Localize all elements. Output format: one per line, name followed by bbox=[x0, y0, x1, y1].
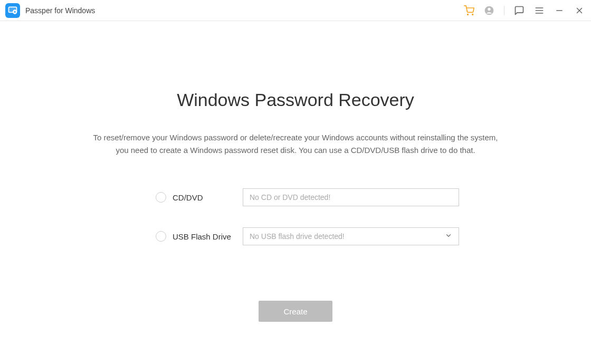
titlebar-right bbox=[464, 5, 585, 16]
svg-point-2 bbox=[468, 14, 469, 15]
create-button[interactable]: Create bbox=[259, 301, 332, 322]
titlebar: Passper for Windows bbox=[0, 0, 591, 21]
radio-label-usb[interactable]: USB Flash Drive bbox=[173, 232, 231, 241]
media-options: CD/DVD No CD or DVD detected! USB Flash … bbox=[132, 188, 459, 245]
page-subtext: To reset/remove your Windows password or… bbox=[69, 131, 522, 157]
chevron-down-icon bbox=[445, 232, 452, 241]
minimize-icon[interactable] bbox=[554, 5, 565, 16]
close-icon[interactable] bbox=[574, 5, 585, 16]
usb-placeholder: No USB flash drive detected! bbox=[250, 232, 345, 241]
titlebar-left: Passper for Windows bbox=[5, 3, 95, 18]
feedback-icon[interactable] bbox=[514, 5, 525, 16]
option-usb: USB Flash Drive No USB flash drive detec… bbox=[132, 227, 459, 245]
radio-wrap-cddvd[interactable]: CD/DVD bbox=[132, 192, 243, 203]
main-content: Windows Password Recovery To reset/remov… bbox=[0, 21, 591, 322]
cddvd-field[interactable]: No CD or DVD detected! bbox=[243, 188, 459, 206]
subtext-line2: you need to create a Windows password re… bbox=[116, 146, 475, 155]
app-icon bbox=[5, 3, 20, 18]
user-icon[interactable] bbox=[484, 5, 494, 16]
option-cddvd: CD/DVD No CD or DVD detected! bbox=[132, 188, 459, 206]
radio-usb[interactable] bbox=[156, 231, 166, 242]
cart-icon[interactable] bbox=[464, 5, 474, 16]
usb-dropdown[interactable]: No USB flash drive detected! bbox=[243, 227, 459, 245]
radio-cddvd[interactable] bbox=[156, 192, 166, 203]
divider bbox=[504, 6, 504, 15]
radio-label-cddvd[interactable]: CD/DVD bbox=[173, 193, 203, 202]
page-heading: Windows Password Recovery bbox=[0, 90, 591, 110]
app-title: Passper for Windows bbox=[25, 6, 95, 15]
menu-icon[interactable] bbox=[534, 5, 545, 16]
cddvd-placeholder: No CD or DVD detected! bbox=[250, 193, 330, 202]
subtext-line1: To reset/remove your Windows password or… bbox=[93, 133, 498, 142]
radio-wrap-usb[interactable]: USB Flash Drive bbox=[132, 231, 243, 242]
svg-point-3 bbox=[472, 14, 473, 15]
svg-point-5 bbox=[488, 7, 490, 10]
